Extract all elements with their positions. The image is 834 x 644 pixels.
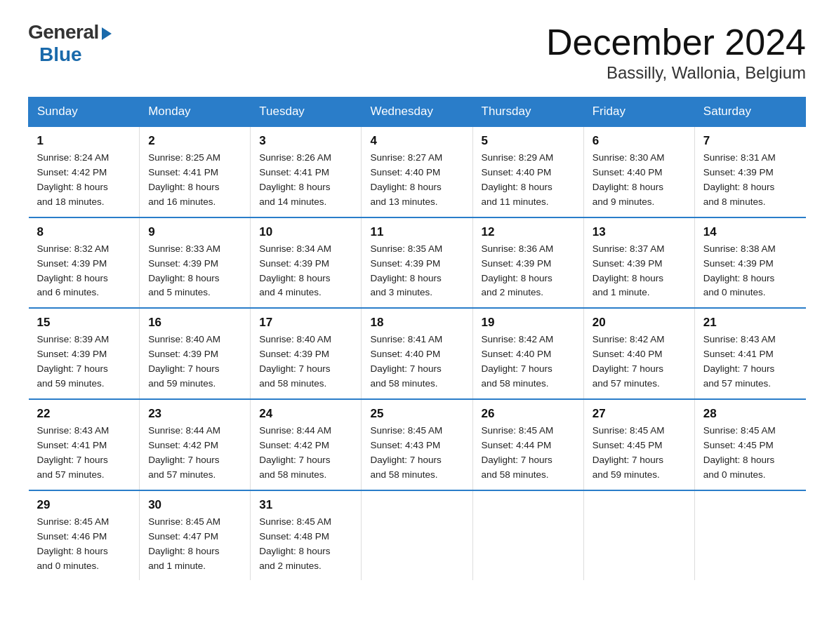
day-info: Sunrise: 8:45 AM Sunset: 4:45 PM Dayligh… xyxy=(593,424,686,483)
day-info: Sunrise: 8:27 AM Sunset: 4:40 PM Dayligh… xyxy=(370,151,463,210)
calendar-header: SundayMondayTuesdayWednesdayThursdayFrid… xyxy=(29,98,806,127)
day-number: 12 xyxy=(482,225,575,239)
day-number: 23 xyxy=(148,407,241,421)
day-info: Sunrise: 8:35 AM Sunset: 4:39 PM Dayligh… xyxy=(370,242,463,301)
day-number: 7 xyxy=(703,134,797,148)
day-info: Sunrise: 8:24 AM Sunset: 4:42 PM Dayligh… xyxy=(37,151,131,210)
day-info: Sunrise: 8:37 AM Sunset: 4:39 PM Dayligh… xyxy=(593,242,686,301)
day-cell xyxy=(694,490,805,581)
day-number: 31 xyxy=(259,498,352,512)
day-number: 10 xyxy=(259,225,352,239)
header-cell-friday: Friday xyxy=(583,98,694,127)
week-row-2: 8Sunrise: 8:32 AM Sunset: 4:39 PM Daylig… xyxy=(29,217,806,309)
day-cell: 21Sunrise: 8:43 AM Sunset: 4:41 PM Dayli… xyxy=(694,308,805,399)
day-cell: 12Sunrise: 8:36 AM Sunset: 4:39 PM Dayli… xyxy=(472,217,583,309)
day-number: 26 xyxy=(482,407,575,421)
day-cell: 13Sunrise: 8:37 AM Sunset: 4:39 PM Dayli… xyxy=(583,217,694,309)
day-number: 3 xyxy=(259,134,352,148)
day-number: 2 xyxy=(148,134,241,148)
day-info: Sunrise: 8:32 AM Sunset: 4:39 PM Dayligh… xyxy=(37,242,131,301)
day-info: Sunrise: 8:45 AM Sunset: 4:43 PM Dayligh… xyxy=(370,424,463,483)
day-info: Sunrise: 8:30 AM Sunset: 4:40 PM Dayligh… xyxy=(593,151,686,210)
day-cell: 10Sunrise: 8:34 AM Sunset: 4:39 PM Dayli… xyxy=(251,217,362,309)
day-info: Sunrise: 8:25 AM Sunset: 4:41 PM Dayligh… xyxy=(148,151,241,210)
day-number: 30 xyxy=(148,498,241,512)
day-info: Sunrise: 8:38 AM Sunset: 4:39 PM Dayligh… xyxy=(703,242,797,301)
day-cell: 28Sunrise: 8:45 AM Sunset: 4:45 PM Dayli… xyxy=(694,399,805,490)
day-number: 22 xyxy=(37,407,131,421)
day-cell: 27Sunrise: 8:45 AM Sunset: 4:45 PM Dayli… xyxy=(583,399,694,490)
day-number: 15 xyxy=(37,316,131,330)
week-row-3: 15Sunrise: 8:39 AM Sunset: 4:39 PM Dayli… xyxy=(29,308,806,399)
day-cell: 18Sunrise: 8:41 AM Sunset: 4:40 PM Dayli… xyxy=(362,308,472,399)
day-info: Sunrise: 8:31 AM Sunset: 4:39 PM Dayligh… xyxy=(703,151,797,210)
day-number: 14 xyxy=(703,225,797,239)
day-info: Sunrise: 8:43 AM Sunset: 4:41 PM Dayligh… xyxy=(703,333,797,391)
day-cell: 9Sunrise: 8:33 AM Sunset: 4:39 PM Daylig… xyxy=(140,217,251,309)
logo-blue-text: Blue xyxy=(39,43,82,66)
header-cell-thursday: Thursday xyxy=(472,98,583,127)
day-cell: 15Sunrise: 8:39 AM Sunset: 4:39 PM Dayli… xyxy=(29,308,140,399)
day-cell: 23Sunrise: 8:44 AM Sunset: 4:42 PM Dayli… xyxy=(140,399,251,490)
day-info: Sunrise: 8:45 AM Sunset: 4:48 PM Dayligh… xyxy=(259,515,352,574)
day-info: Sunrise: 8:33 AM Sunset: 4:39 PM Dayligh… xyxy=(148,242,241,301)
day-number: 8 xyxy=(37,225,131,239)
day-info: Sunrise: 8:41 AM Sunset: 4:40 PM Dayligh… xyxy=(370,333,463,391)
day-info: Sunrise: 8:42 AM Sunset: 4:40 PM Dayligh… xyxy=(482,333,575,391)
day-number: 27 xyxy=(593,407,686,421)
page-header: General Blue December 2024 Bassilly, Wal… xyxy=(28,21,806,83)
day-number: 1 xyxy=(37,134,131,148)
day-cell: 20Sunrise: 8:42 AM Sunset: 4:40 PM Dayli… xyxy=(583,308,694,399)
day-cell: 4Sunrise: 8:27 AM Sunset: 4:40 PM Daylig… xyxy=(362,126,472,217)
day-info: Sunrise: 8:39 AM Sunset: 4:39 PM Dayligh… xyxy=(37,333,131,391)
header-cell-tuesday: Tuesday xyxy=(251,98,362,127)
day-info: Sunrise: 8:26 AM Sunset: 4:41 PM Dayligh… xyxy=(259,151,352,210)
day-cell xyxy=(583,490,694,581)
day-cell: 6Sunrise: 8:30 AM Sunset: 4:40 PM Daylig… xyxy=(583,126,694,217)
day-info: Sunrise: 8:34 AM Sunset: 4:39 PM Dayligh… xyxy=(259,242,352,301)
day-number: 9 xyxy=(148,225,241,239)
logo-general-text: General xyxy=(28,21,99,43)
day-number: 11 xyxy=(370,225,463,239)
day-number: 6 xyxy=(593,134,686,148)
day-cell: 22Sunrise: 8:43 AM Sunset: 4:41 PM Dayli… xyxy=(29,399,140,490)
day-number: 18 xyxy=(370,316,463,330)
day-info: Sunrise: 8:45 AM Sunset: 4:45 PM Dayligh… xyxy=(703,424,797,483)
day-number: 25 xyxy=(370,407,463,421)
week-row-4: 22Sunrise: 8:43 AM Sunset: 4:41 PM Dayli… xyxy=(29,399,806,490)
day-cell: 8Sunrise: 8:32 AM Sunset: 4:39 PM Daylig… xyxy=(29,217,140,309)
header-cell-sunday: Sunday xyxy=(29,98,140,127)
logo: General Blue xyxy=(28,21,112,66)
day-cell: 29Sunrise: 8:45 AM Sunset: 4:46 PM Dayli… xyxy=(29,490,140,581)
day-number: 20 xyxy=(593,316,686,330)
week-row-1: 1Sunrise: 8:24 AM Sunset: 4:42 PM Daylig… xyxy=(29,126,806,217)
day-cell: 2Sunrise: 8:25 AM Sunset: 4:41 PM Daylig… xyxy=(140,126,251,217)
header-cell-monday: Monday xyxy=(140,98,251,127)
day-info: Sunrise: 8:45 AM Sunset: 4:44 PM Dayligh… xyxy=(482,424,575,483)
day-cell: 30Sunrise: 8:45 AM Sunset: 4:47 PM Dayli… xyxy=(140,490,251,581)
day-info: Sunrise: 8:45 AM Sunset: 4:47 PM Dayligh… xyxy=(148,515,241,574)
day-cell: 17Sunrise: 8:40 AM Sunset: 4:39 PM Dayli… xyxy=(251,308,362,399)
day-info: Sunrise: 8:36 AM Sunset: 4:39 PM Dayligh… xyxy=(482,242,575,301)
day-info: Sunrise: 8:44 AM Sunset: 4:42 PM Dayligh… xyxy=(148,424,241,483)
day-info: Sunrise: 8:43 AM Sunset: 4:41 PM Dayligh… xyxy=(37,424,131,483)
day-cell: 14Sunrise: 8:38 AM Sunset: 4:39 PM Dayli… xyxy=(694,217,805,309)
day-number: 21 xyxy=(703,316,797,330)
header-cell-saturday: Saturday xyxy=(694,98,805,127)
day-number: 5 xyxy=(482,134,575,148)
header-row: SundayMondayTuesdayWednesdayThursdayFrid… xyxy=(29,98,806,127)
day-cell: 16Sunrise: 8:40 AM Sunset: 4:39 PM Dayli… xyxy=(140,308,251,399)
day-cell: 25Sunrise: 8:45 AM Sunset: 4:43 PM Dayli… xyxy=(362,399,472,490)
day-cell: 3Sunrise: 8:26 AM Sunset: 4:41 PM Daylig… xyxy=(251,126,362,217)
day-number: 13 xyxy=(593,225,686,239)
day-info: Sunrise: 8:45 AM Sunset: 4:46 PM Dayligh… xyxy=(37,515,131,574)
day-cell: 5Sunrise: 8:29 AM Sunset: 4:40 PM Daylig… xyxy=(472,126,583,217)
title-block: December 2024 Bassilly, Wallonia, Belgiu… xyxy=(546,21,806,83)
day-number: 19 xyxy=(482,316,575,330)
day-info: Sunrise: 8:40 AM Sunset: 4:39 PM Dayligh… xyxy=(259,333,352,391)
day-number: 17 xyxy=(259,316,352,330)
day-cell: 26Sunrise: 8:45 AM Sunset: 4:44 PM Dayli… xyxy=(472,399,583,490)
day-cell: 19Sunrise: 8:42 AM Sunset: 4:40 PM Dayli… xyxy=(472,308,583,399)
day-cell xyxy=(472,490,583,581)
day-cell: 7Sunrise: 8:31 AM Sunset: 4:39 PM Daylig… xyxy=(694,126,805,217)
